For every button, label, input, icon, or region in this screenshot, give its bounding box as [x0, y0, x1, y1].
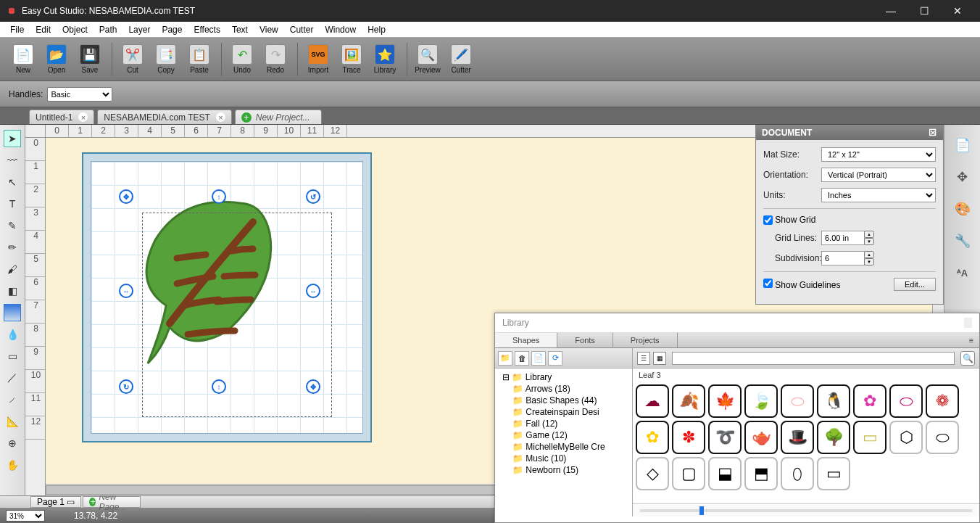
brush-tool[interactable]: 🖌 [4, 260, 21, 278]
eyedropper-tool[interactable]: 💧 [4, 326, 21, 343]
menu-help[interactable]: Help [362, 25, 391, 35]
library-search-input[interactable] [672, 352, 955, 365]
shape-thumb[interactable]: 🍁 [708, 384, 742, 418]
search-icon[interactable]: 🔍 [960, 351, 975, 366]
shape-thumb[interactable]: 🍃 [744, 384, 778, 418]
lasso-tool[interactable]: 〰 [4, 152, 21, 169]
tab-new-project[interactable]: +New Project... [235, 110, 322, 124]
shape-thumb[interactable]: ⬡ [889, 421, 923, 454]
undo-button[interactable]: ↶Undo [226, 39, 258, 80]
handle-w[interactable]: ↔ [119, 284, 133, 298]
close-button[interactable]: ✕ [941, 0, 974, 22]
library-tab-shapes[interactable]: Shapes [495, 333, 557, 347]
tree-refresh-button[interactable]: ⟳ [548, 351, 562, 366]
tab-nesabamedia[interactable]: NESABAMEDIA.com TEST× [97, 110, 231, 124]
shape-thumb[interactable]: ◇ [636, 457, 669, 490]
handle-e[interactable]: ↔ [306, 284, 320, 298]
import-button[interactable]: SVGImport [302, 39, 334, 80]
showguides-checkbox[interactable] [763, 279, 773, 288]
library-close-icon[interactable] [964, 318, 972, 328]
matsize-select[interactable]: 12" x 12" [821, 147, 936, 162]
shape-thumb[interactable]: ▢ [672, 457, 705, 490]
save-button[interactable]: 💾Save [74, 39, 106, 80]
dock-transform-icon[interactable]: ✥ [951, 165, 974, 189]
menu-edit[interactable]: Edit [30, 25, 57, 35]
handle-s[interactable]: ↕ [212, 379, 226, 394]
handle-rotate-sw[interactable]: ↻ [119, 379, 133, 394]
open-button[interactable]: 📂Open [41, 39, 72, 80]
menu-view[interactable]: View [254, 25, 284, 35]
shape-thumb[interactable]: 🌳 [817, 421, 850, 454]
bezier-tool[interactable]: ⟋ [4, 391, 21, 408]
shape-thumb[interactable]: ☁ [636, 384, 669, 418]
menu-layer[interactable]: Layer [122, 25, 156, 35]
tab-untitled[interactable]: Untitled-1× [29, 110, 94, 124]
gradient-tool[interactable] [4, 304, 21, 321]
menu-effects[interactable]: Effects [188, 25, 225, 35]
shape-thumb[interactable]: ✽ [672, 421, 705, 454]
type-tool[interactable]: T [4, 195, 21, 213]
tree-folder[interactable]: Arrows (18) [499, 383, 628, 395]
shape-thumb[interactable]: ⬭ [889, 384, 923, 418]
handle-rotate-ne[interactable]: ↺ [306, 189, 320, 204]
selection-tool[interactable]: ➤ [4, 130, 21, 147]
menu-text[interactable]: Text [226, 25, 254, 35]
shape-thumb[interactable]: 🎩 [781, 421, 814, 454]
tree-folder[interactable]: Createinspain Desi [499, 406, 628, 418]
eraser-tool[interactable]: ◧ [4, 282, 21, 300]
close-tab-icon[interactable]: × [216, 112, 225, 122]
close-tab-icon[interactable]: × [78, 112, 88, 122]
shape-thumb[interactable]: ▭ [853, 421, 886, 454]
orientation-select[interactable]: Vertical (Portrait) [821, 168, 936, 182]
minimize-button[interactable]: — [874, 0, 908, 22]
handles-select[interactable]: Basic [47, 87, 112, 102]
tree-root[interactable]: Library [499, 371, 628, 383]
panel-collapse-icon[interactable]: ⮽ [929, 128, 937, 138]
shape-thumb[interactable]: ✿ [636, 421, 669, 454]
tree-add-button[interactable]: 📄 [531, 351, 546, 366]
menu-path[interactable]: Path [94, 25, 123, 35]
menu-cutter[interactable]: Cutter [284, 25, 320, 35]
zoom-select[interactable]: 31% [6, 510, 45, 522]
dock-document-icon[interactable]: 📄 [951, 133, 974, 157]
shape-thumb[interactable]: ▭ [817, 457, 850, 490]
gridlines-input[interactable] [821, 231, 865, 245]
handle-scale[interactable]: ✥ [306, 379, 320, 394]
dock-settings-icon[interactable]: 🔧 [951, 229, 974, 252]
shape-thumb[interactable]: ⬓ [708, 457, 742, 490]
trace-button[interactable]: 🖼️Trace [336, 39, 368, 80]
knife-tool[interactable]: ／ [4, 369, 21, 387]
redo-button[interactable]: ↷Redo [259, 39, 291, 80]
library-tab-projects[interactable]: Projects [613, 333, 678, 347]
preview-button[interactable]: 🔍Preview [412, 39, 444, 80]
tree-folder[interactable]: Newborn (15) [499, 464, 628, 476]
handle-move[interactable]: ✥ [119, 189, 133, 204]
menu-page[interactable]: Page [156, 25, 188, 35]
tree-folder[interactable]: Basic Shapes (44) [499, 395, 628, 406]
shape-thumb[interactable]: ➰ [708, 421, 742, 454]
shape-thumb[interactable]: ⬯ [781, 457, 814, 490]
draw-tool[interactable]: ✎ [4, 217, 21, 234]
units-select[interactable]: Inches [821, 188, 936, 202]
handle-n[interactable]: ↕ [212, 189, 226, 204]
library-tree[interactable]: Library Arrows (18) Basic Shapes (44) Cr… [495, 368, 632, 516]
cut-button[interactable]: ✂️Cut [117, 39, 149, 80]
shape-tool[interactable]: ▭ [4, 347, 21, 365]
tree-folder[interactable]: Fall (12) [499, 418, 628, 429]
cutter-button[interactable]: 🖊️Cutter [445, 39, 477, 80]
hand-tool[interactable]: ✋ [4, 456, 21, 474]
menu-object[interactable]: Object [57, 25, 94, 35]
tree-folder[interactable]: Game (12) [499, 429, 628, 441]
pencil-tool[interactable]: ✏ [4, 239, 21, 256]
measure-tool[interactable]: 📐 [4, 413, 21, 430]
shape-thumb[interactable]: ⬒ [744, 457, 778, 490]
shape-thumb[interactable]: ⬭ [781, 384, 814, 418]
tree-folder[interactable]: MichelleMyBelle Cre [499, 441, 628, 453]
tree-newfolder-button[interactable]: 📁 [498, 351, 512, 366]
copy-button[interactable]: 📑Copy [150, 39, 182, 80]
library-tab-fonts[interactable]: Fonts [557, 333, 613, 347]
thumb-size-slider[interactable] [633, 503, 979, 516]
dock-text-icon[interactable]: ᴬA [951, 261, 974, 284]
page-tab-1[interactable]: Page 1 ▭ [30, 496, 81, 508]
view-grid-icon[interactable]: ▦ [653, 352, 666, 365]
